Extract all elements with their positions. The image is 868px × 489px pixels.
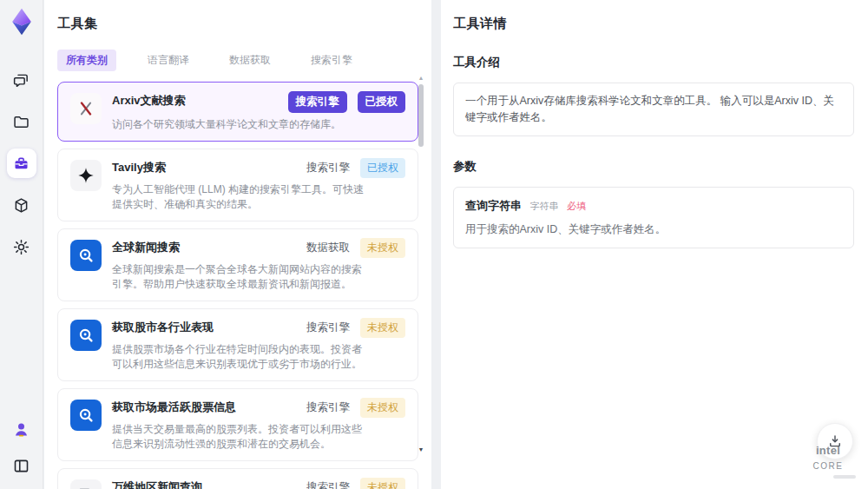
parameter-required-flag: 必填 (567, 201, 586, 211)
tool-card[interactable]: Tavily搜索搜索引擎已授权专为人工智能代理 (LLM) 构建的搜索引擎工具。… (57, 149, 418, 221)
tab-0[interactable]: 所有类别 (57, 50, 116, 71)
scrollbar-thumb[interactable] (418, 84, 424, 147)
intel-core-logo: intel CORE (800, 442, 856, 479)
tool-category-tag: 数据获取 (306, 241, 350, 255)
parameter-header: 查询字符串 字符串 必填 (465, 197, 842, 215)
package-icon (12, 196, 30, 215)
tool-title: Arxiv文献搜索 (112, 91, 186, 109)
panel-toggle-icon (12, 457, 30, 475)
news-search-icon (70, 400, 102, 431)
category-tabs: 所有类别语言翻译数据获取搜索引擎 (57, 50, 431, 71)
tool-category-tag: 搜索引擎 (306, 320, 350, 335)
core-wordmark: CORE (813, 461, 844, 471)
tool-detail-panel: 工具详情 工具介绍 一个用于从Arxiv存储库搜索科学论文和文章的工具。 输入可… (441, 0, 868, 489)
tool-list-panel: 工具集 所有类别语言翻译数据获取搜索引擎 Arxiv文献搜索搜索引擎已授权访问各… (44, 0, 431, 489)
tool-description: 提供当天交易量最高的股票列表。投资者可以利用这些信息来识别流动性强的股票和潜在的… (112, 422, 369, 452)
tool-description: 全球新闻搜索是一个聚合全球各大新闻网站内容的搜索引擎。帮助用户快速获取全球最新资… (112, 262, 369, 292)
auth-status-badge: 未授权 (360, 478, 405, 489)
parameter-name: 查询字符串 (465, 199, 522, 212)
params-section-title: 参数 (453, 159, 854, 175)
tool-title: 获取股市各行业表现 (112, 318, 214, 335)
tool-intro-box: 一个用于从Arxiv存储库搜索科学论文和文章的工具。 输入可以是Arxiv ID… (453, 83, 854, 136)
toolbox-icon (12, 155, 30, 173)
tool-card[interactable]: 获取市场最活跃股票信息搜索引擎未授权提供当天交易量最高的股票列表。投资者可以利用… (57, 388, 418, 461)
arxiv-icon (70, 93, 102, 124)
sidebar-item-settings[interactable] (7, 232, 36, 261)
auth-status-badge: 未授权 (360, 318, 405, 338)
tab-1[interactable]: 语言翻译 (139, 50, 198, 71)
tool-intro-text: 一个用于从Arxiv存储库搜索科学论文和文章的工具。 输入可以是Arxiv ID… (465, 95, 834, 123)
tool-category-tag[interactable]: 搜索引擎 (288, 91, 347, 113)
list-scrollbar[interactable]: ▲ ▼ (418, 75, 424, 474)
auth-status-badge: 未授权 (360, 398, 405, 418)
tool-card[interactable]: 获取股市各行业表现搜索引擎未授权提供股票市场各个行业在特定时间段内的表现。投资者… (57, 308, 418, 381)
sidebar-item-tools[interactable] (7, 149, 36, 178)
folder-icon (12, 113, 30, 131)
gear-icon (12, 238, 30, 256)
sidebar-item-files[interactable] (7, 107, 36, 136)
tab-3[interactable]: 搜索引擎 (302, 50, 361, 71)
app-logo (6, 6, 37, 37)
news-search-icon (70, 320, 102, 351)
tool-description: 专为人工智能代理 (LLM) 构建的搜索引擎工具。可快速提供实时、准确和真实的结… (112, 182, 369, 212)
tool-title: 全球新闻搜索 (112, 238, 180, 255)
tool-title: 获取市场最活跃股票信息 (112, 398, 236, 415)
tool-card[interactable]: Arxiv文献搜索搜索引擎已授权访问各个研究领域大量科学论文和文章的存储库。 (57, 82, 418, 142)
tavily-icon (70, 160, 102, 191)
tool-category-tag: 搜索引擎 (306, 400, 350, 415)
auth-status-badge: 已授权 (358, 91, 406, 113)
detail-title: 工具详情 (453, 16, 854, 32)
tool-title: Tavily搜索 (112, 158, 166, 175)
scroll-down-icon[interactable]: ▼ (418, 446, 424, 453)
newspaper-icon (70, 479, 102, 489)
intel-sub-badge (833, 475, 856, 479)
auth-status-badge: 未授权 (360, 238, 405, 258)
parameter-box: 查询字符串 字符串 必填 用于搜索的Arxiv ID、关键字或作者姓名。 (453, 187, 854, 249)
tool-card[interactable]: 万维地区新闻查询搜索引擎未授权查询具体行政区划内的新闻，快速了解各地新闻动 (57, 468, 418, 489)
tool-card-list: Arxiv文献搜索搜索引擎已授权访问各个研究领域大量科学论文和文章的存储库。Ta… (57, 82, 418, 489)
parameter-description: 用于搜索的Arxiv ID、关键字或作者姓名。 (465, 221, 842, 238)
chat-icon (12, 71, 30, 89)
tool-category-tag: 搜索引擎 (306, 480, 350, 489)
sidebar-item-packages[interactable] (7, 190, 36, 220)
tool-description: 访问各个研究领域大量科学论文和文章的存储库。 (112, 117, 369, 132)
tool-title: 万维地区新闻查询 (112, 478, 202, 489)
panel-toggle[interactable] (7, 451, 36, 480)
tab-2[interactable]: 数据获取 (220, 50, 279, 71)
sidebar-item-chat[interactable] (7, 65, 36, 95)
user-avatar[interactable] (7, 414, 36, 444)
auth-status-badge: 已授权 (360, 158, 405, 178)
tool-description: 提供股票市场各个行业在特定时间段内的表现。投资者可以利用这些信息来识别表现优于或… (112, 342, 369, 372)
news-search-icon (70, 240, 102, 271)
page-title: 工具集 (57, 16, 431, 32)
scroll-up-icon[interactable]: ▲ (418, 75, 424, 81)
left-sidebar (0, 0, 43, 489)
intro-section-title: 工具介绍 (453, 55, 854, 70)
parameter-type: 字符串 (529, 201, 558, 211)
intel-wordmark: intel (816, 444, 840, 457)
tool-card[interactable]: 全球新闻搜索数据获取未授权全球新闻搜索是一个聚合全球各大新闻网站内容的搜索引擎。… (57, 228, 418, 301)
tool-category-tag: 搜索引擎 (306, 161, 350, 175)
user-avatar-icon (12, 420, 30, 439)
